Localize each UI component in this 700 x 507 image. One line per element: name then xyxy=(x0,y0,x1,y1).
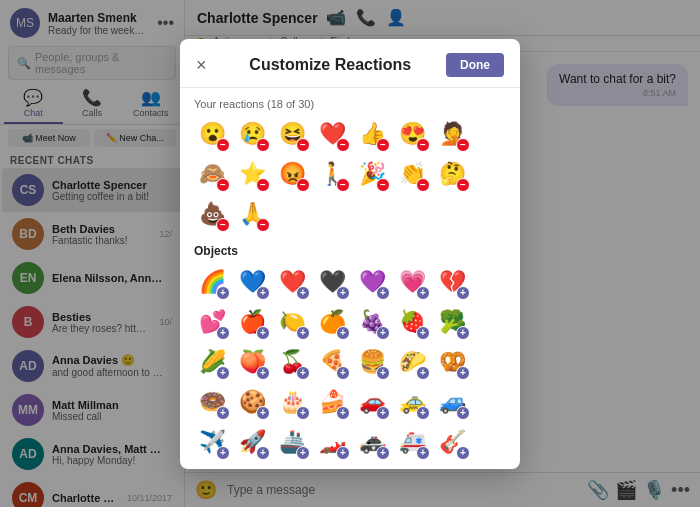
object-emoji-item[interactable]: 🎮 + xyxy=(314,464,350,469)
reaction-item[interactable]: 💩 − xyxy=(194,196,230,232)
object-emoji-item[interactable]: ❤️ + xyxy=(274,264,310,300)
object-emoji-item[interactable]: 🍪 + xyxy=(234,384,270,420)
add-badge: + xyxy=(216,366,230,380)
reaction-item[interactable]: 🤦 − xyxy=(434,116,470,152)
remove-badge: − xyxy=(376,138,390,152)
reaction-item[interactable]: ⭐ − xyxy=(234,156,270,192)
add-badge: + xyxy=(256,286,270,300)
object-emoji-item[interactable]: 🍕 + xyxy=(314,344,350,380)
remove-badge: − xyxy=(216,178,230,192)
your-reactions-grid: 😮 −😢 −😆 −❤️ −👍 −😍 −🤦 −🙈 −⭐ −😡 −🚶 −🎉 −👏 −… xyxy=(194,116,506,232)
modal-overlay: × Customize Reactions Done Your reaction… xyxy=(0,0,700,507)
object-emoji-item[interactable]: 💕 + xyxy=(194,304,230,340)
your-reactions-label: Your reactions (18 of 30) xyxy=(194,98,506,110)
remove-badge: − xyxy=(296,138,310,152)
add-badge: + xyxy=(336,366,350,380)
object-emoji-item[interactable]: 🍔 + xyxy=(354,344,390,380)
object-emoji-item[interactable]: 🌈 + xyxy=(194,264,230,300)
add-badge: + xyxy=(456,326,470,340)
add-badge: + xyxy=(336,286,350,300)
remove-badge: − xyxy=(296,178,310,192)
reaction-item[interactable]: 🙏 − xyxy=(234,196,270,232)
object-emoji-item[interactable]: 🌮 + xyxy=(394,344,430,380)
add-badge: + xyxy=(416,286,430,300)
close-icon[interactable]: × xyxy=(196,56,207,74)
add-badge: + xyxy=(216,326,230,340)
object-emoji-item[interactable]: 🎲 + xyxy=(354,464,390,469)
objects-label: Objects xyxy=(194,244,506,258)
object-emoji-item[interactable]: 💙 + xyxy=(234,264,270,300)
object-emoji-item[interactable]: 💔 + xyxy=(434,264,470,300)
object-emoji-item[interactable]: 🍓 + xyxy=(394,304,430,340)
reaction-item[interactable]: 🤔 − xyxy=(434,156,470,192)
object-emoji-item[interactable]: 🍑 + xyxy=(234,344,270,380)
object-emoji-item[interactable]: ✈️ + xyxy=(194,424,230,460)
object-emoji-item[interactable]: 🥁 + xyxy=(274,464,310,469)
add-badge: + xyxy=(376,406,390,420)
object-emoji-item[interactable]: 🌽 + xyxy=(194,344,230,380)
add-badge: + xyxy=(336,446,350,460)
object-emoji-item[interactable]: 🖤 + xyxy=(314,264,350,300)
reaction-item[interactable]: 🎉 − xyxy=(354,156,390,192)
add-badge: + xyxy=(256,366,270,380)
object-emoji-item[interactable]: 🍇 + xyxy=(354,304,390,340)
add-badge: + xyxy=(216,406,230,420)
done-button[interactable]: Done xyxy=(446,53,504,77)
remove-badge: − xyxy=(216,138,230,152)
object-emoji-item[interactable]: 🎯 + xyxy=(434,464,470,469)
object-emoji-item[interactable]: 🥦 + xyxy=(434,304,470,340)
add-badge: + xyxy=(296,406,310,420)
add-badge: + xyxy=(216,446,230,460)
object-emoji-item[interactable]: 🚕 + xyxy=(394,384,430,420)
reaction-item[interactable]: 😮 − xyxy=(194,116,230,152)
remove-badge: − xyxy=(216,218,230,232)
add-badge: + xyxy=(336,326,350,340)
add-badge: + xyxy=(216,286,230,300)
reaction-item[interactable]: 😍 − xyxy=(394,116,430,152)
object-emoji-item[interactable]: 🎸 + xyxy=(434,424,470,460)
remove-badge: − xyxy=(416,138,430,152)
object-emoji-item[interactable]: 🎂 + xyxy=(274,384,310,420)
object-emoji-item[interactable]: 🍊 + xyxy=(314,304,350,340)
reaction-item[interactable]: 😆 − xyxy=(274,116,310,152)
object-emoji-item[interactable]: 🍋 + xyxy=(274,304,310,340)
remove-badge: − xyxy=(336,138,350,152)
add-badge: + xyxy=(456,406,470,420)
object-emoji-item[interactable]: 💜 + xyxy=(354,264,390,300)
reaction-item[interactable]: ❤️ − xyxy=(314,116,350,152)
object-emoji-item[interactable]: 🎺 + xyxy=(194,464,230,469)
object-emoji-item[interactable]: ♟️ + xyxy=(394,464,430,469)
modal-body: Your reactions (18 of 30) 😮 −😢 −😆 −❤️ −👍… xyxy=(180,88,520,469)
object-emoji-item[interactable]: 🍰 + xyxy=(314,384,350,420)
object-emoji-item[interactable]: 🍒 + xyxy=(274,344,310,380)
object-emoji-item[interactable]: 🍎 + xyxy=(234,304,270,340)
object-emoji-item[interactable]: 🏎️ + xyxy=(314,424,350,460)
add-badge: + xyxy=(456,366,470,380)
add-badge: + xyxy=(456,286,470,300)
object-emoji-item[interactable]: 💗 + xyxy=(394,264,430,300)
reaction-item[interactable]: 😡 − xyxy=(274,156,310,192)
object-emoji-item[interactable]: 🚗 + xyxy=(354,384,390,420)
remove-badge: − xyxy=(416,178,430,192)
add-badge: + xyxy=(296,326,310,340)
add-badge: + xyxy=(376,326,390,340)
add-badge: + xyxy=(416,366,430,380)
object-emoji-item[interactable]: 🥨 + xyxy=(434,344,470,380)
remove-badge: − xyxy=(256,138,270,152)
reaction-item[interactable]: 🙈 − xyxy=(194,156,230,192)
reaction-item[interactable]: 🚶 − xyxy=(314,156,350,192)
object-emoji-item[interactable]: 🚓 + xyxy=(354,424,390,460)
object-emoji-item[interactable]: 🚢 + xyxy=(274,424,310,460)
object-emoji-item[interactable]: 🍩 + xyxy=(194,384,230,420)
object-emoji-item[interactable]: 🚑 + xyxy=(394,424,430,460)
add-badge: + xyxy=(256,406,270,420)
reaction-item[interactable]: 👏 − xyxy=(394,156,430,192)
reaction-item[interactable]: 😢 − xyxy=(234,116,270,152)
object-emoji-item[interactable]: 🚀 + xyxy=(234,424,270,460)
add-badge: + xyxy=(376,446,390,460)
add-badge: + xyxy=(296,366,310,380)
remove-badge: − xyxy=(376,178,390,192)
object-emoji-item[interactable]: 🚙 + xyxy=(434,384,470,420)
object-emoji-item[interactable]: 🎻 + xyxy=(234,464,270,469)
reaction-item[interactable]: 👍 − xyxy=(354,116,390,152)
